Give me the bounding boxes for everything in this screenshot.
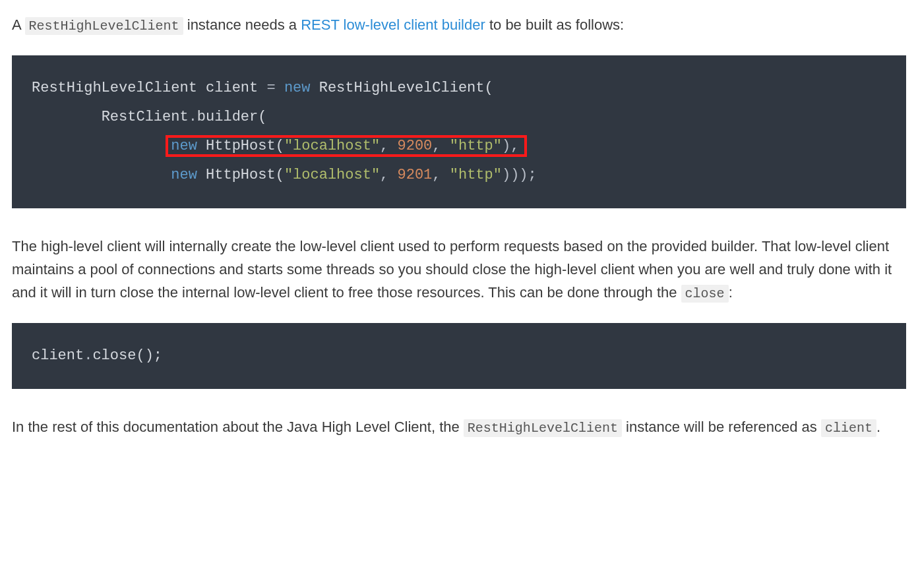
code-token: RestHighLevelClient client [32,80,266,96]
code-token [197,167,206,183]
text: instance needs a [183,16,301,33]
code-token: , [380,138,388,154]
code-token [32,138,171,154]
inline-code: RestHighLevelClient [25,17,183,35]
text: instance will be referenced as [622,419,821,435]
code-token: RestHighLevelClient( [310,80,493,96]
text: to be built as follows: [485,16,624,33]
code-number: 9201 [398,167,433,183]
code-token: , [380,167,388,183]
code-token: ))); [502,167,537,183]
code-token: close(); [92,347,162,364]
closing-paragraph: In the rest of this documentation about … [12,415,906,439]
inline-code: RestHighLevelClient [464,419,622,437]
code-token: client [32,347,84,364]
code-token [441,167,450,183]
code-keyword: new [284,80,311,96]
code-token: . [84,347,92,364]
code-token: ), [502,138,519,154]
text: A [12,16,25,33]
code-token: , [432,138,441,154]
code-token: . [189,109,197,125]
text: : [729,284,733,301]
code-string: "localhost" [284,138,380,154]
code-token: HttpHost( [206,138,284,154]
text: In the rest of this documentation about … [12,419,464,435]
code-number: 9200 [398,138,433,154]
code-keyword: new [171,167,197,183]
highlight-annotation: new HttpHost("localhost", 9200, "http"), [166,135,527,157]
code-keyword: new [171,138,197,154]
code-token [32,167,171,183]
code-string: "localhost" [284,167,380,183]
code-token [276,80,284,96]
code-string: "http" [450,167,502,183]
code-token [32,109,102,125]
code-block-init: RestHighLevelClient client = new RestHig… [12,55,906,208]
code-token: RestClient [102,109,189,125]
text: The high-level client will internally cr… [12,238,892,301]
code-token [388,167,397,183]
code-token: HttpHost( [206,167,284,183]
code-block-close: client.close(); [12,323,906,389]
code-token [441,138,450,154]
rest-low-level-link[interactable]: REST low-level client builder [301,16,485,33]
code-token [388,138,397,154]
code-string: "http" [450,138,502,154]
inline-code: close [681,285,729,303]
text: . [876,419,880,435]
code-token: builder( [197,109,267,125]
inline-code: client [821,419,876,437]
intro-paragraph: A RestHighLevelClient instance needs a R… [12,13,906,37]
code-token: = [266,80,275,96]
code-token: , [432,167,441,183]
code-token [197,138,206,154]
explanation-paragraph: The high-level client will internally cr… [12,235,906,305]
